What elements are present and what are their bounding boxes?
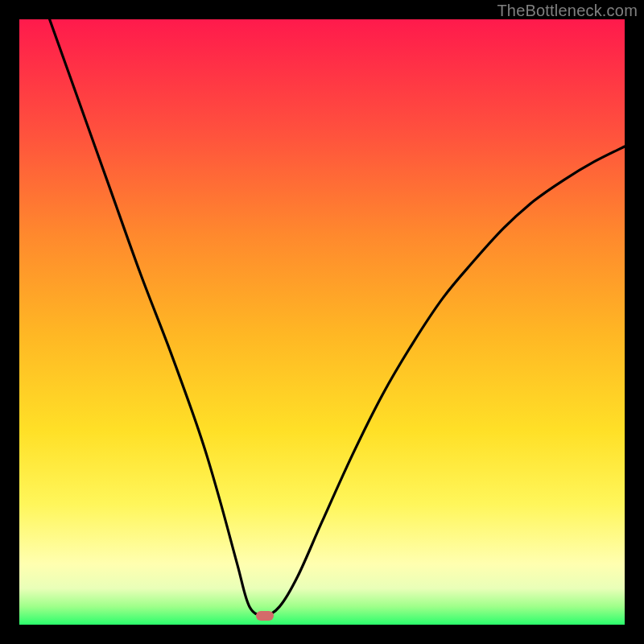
optimum-marker (256, 611, 274, 621)
chart-frame: TheBottleneck.com (0, 0, 644, 644)
bottleneck-curve (19, 19, 625, 625)
watermark-text: TheBottleneck.com (497, 2, 638, 20)
plot-area (19, 19, 625, 625)
